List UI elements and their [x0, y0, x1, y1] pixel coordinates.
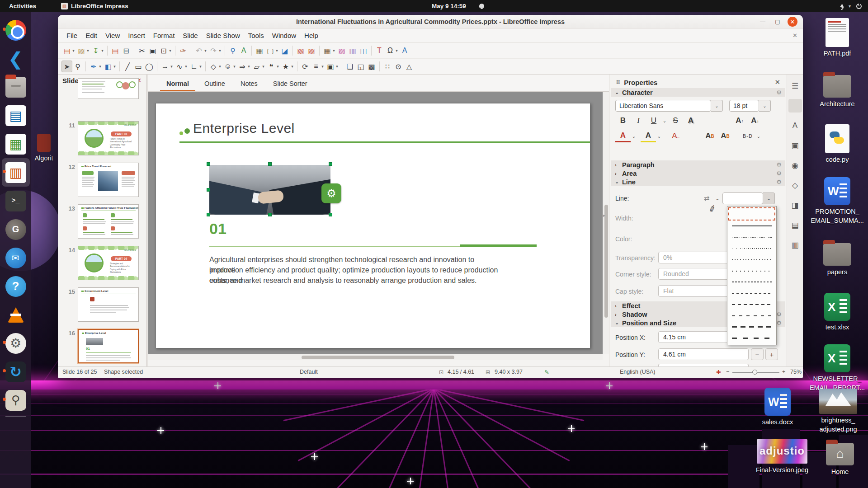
view-tab[interactable]: Notes	[234, 76, 264, 91]
toolbar-icon[interactable]: ▾	[71, 45, 76, 56]
system-tray[interactable]: ▾	[838, 4, 862, 9]
toolbar-icon[interactable]: ▾	[217, 61, 222, 72]
menu-item[interactable]: Insert	[124, 30, 149, 41]
toolbar-icon[interactable]: T	[374, 45, 385, 56]
sidebar-tab[interactable]: ☰	[788, 79, 802, 93]
maximize-button[interactable]: ▢	[773, 17, 783, 27]
properties-close-icon[interactable]: ✕	[774, 78, 780, 86]
selection-handle[interactable]	[207, 188, 210, 192]
sidebar-tab[interactable]: ▥	[788, 238, 802, 252]
position-y-field[interactable]: 4.61 cm	[658, 348, 749, 360]
desktop-icon-architecture[interactable]: Architecture	[807, 71, 868, 109]
spacing-dropdown-icon[interactable]: ⌄	[755, 130, 762, 142]
toolbar-icon[interactable]	[157, 61, 157, 71]
sidebar-tab[interactable]: ◨	[788, 198, 802, 212]
template-status[interactable]: Default	[300, 369, 318, 375]
toolbar-icon[interactable]: ⚲	[227, 45, 238, 56]
toolbar-icon[interactable]: ◫	[358, 45, 369, 56]
toolbar-icon[interactable]: ⊟	[121, 45, 132, 56]
desktop-icon-home[interactable]: ⌂ Home	[809, 439, 868, 477]
dock-item[interactable]	[2, 300, 30, 329]
slide-thumbnail-row[interactable]	[58, 78, 146, 99]
toolbar-icon[interactable]: △	[404, 61, 415, 72]
splitter-arrow-icon[interactable]: ▸	[603, 213, 605, 218]
line-style-option[interactable]	[728, 221, 775, 232]
slide-thumbnail-row[interactable]: 11 YOUR LOGO PART 03 Future Trends in In…	[58, 121, 146, 155]
selection-handle[interactable]	[207, 162, 210, 166]
slide-thumbnail-row[interactable]: 16 Enterprise Level 01	[58, 329, 146, 363]
dock-item[interactable]: ⚲	[2, 386, 30, 414]
desktop-icon-test-xlsx[interactable]: X test.xlsx	[807, 293, 868, 332]
toolbar-icon[interactable]: ▭	[133, 61, 144, 72]
highlight-color-button[interactable]: A	[641, 130, 656, 142]
toolbar-icon[interactable]: A	[238, 45, 249, 56]
toolbar-icon[interactable]: ▾	[112, 61, 117, 72]
toolbar-icon[interactable]: ▾	[331, 45, 336, 56]
toolbar-icon[interactable]: ▾	[168, 45, 173, 56]
increase-size-button[interactable]: A↑	[732, 114, 747, 127]
slide-page[interactable]: Enterprise Level ⚙ 01	[156, 103, 590, 348]
toolbar-icon[interactable]: ∷	[382, 61, 393, 72]
toolbar-icon[interactable]: ▾	[232, 61, 237, 72]
sidebar-tab[interactable]: ▤	[788, 218, 802, 232]
toolbar-icon[interactable]: ▾	[261, 61, 266, 72]
toolbar-icon[interactable]: ◪	[279, 45, 290, 56]
toolbar-icon[interactable]: ▾	[335, 61, 340, 72]
view-tab[interactable]: Outline	[198, 76, 231, 91]
line-style-option[interactable]	[728, 310, 775, 321]
toolbar-icon[interactable]: ⊙	[393, 61, 404, 72]
toolbar-icon[interactable]	[292, 46, 293, 56]
menu-item[interactable]: View	[101, 30, 124, 41]
toolbar-icon[interactable]: ▾	[98, 61, 103, 72]
menu-item[interactable]: File	[62, 30, 81, 41]
line-style-option[interactable]	[728, 333, 775, 344]
strikethrough-button[interactable]: S	[668, 114, 683, 127]
toolbar-icon[interactable]: ◱	[355, 61, 366, 72]
section-number[interactable]: 01	[209, 220, 226, 238]
zoom-slider[interactable]	[732, 372, 779, 373]
shadow-text-button[interactable]: A	[683, 114, 698, 127]
zoom-percent-status[interactable]: 75%	[790, 369, 802, 375]
slide-canvas[interactable]: Enterprise Level ⚙ 01	[148, 92, 603, 354]
zoom-out-button[interactable]: −	[726, 369, 729, 375]
italic-button[interactable]: I	[631, 114, 646, 127]
font-name-dropdown-icon[interactable]: ⌄	[711, 100, 723, 112]
toolbar-icon[interactable]: ▦	[254, 45, 265, 56]
dock-item[interactable]: ▥	[2, 158, 30, 187]
section-header-paragraph[interactable]: › Paragraph ⚙	[611, 160, 785, 169]
desktop-icon-brightness-png[interactable]: brightness_adjusted.png	[807, 389, 868, 434]
toolbar-icon[interactable]: ▾	[274, 45, 279, 56]
dock-item[interactable]: ?	[2, 272, 30, 300]
toolbar-icon[interactable]: ▾	[217, 45, 222, 56]
zoom-in-button[interactable]: +	[782, 369, 785, 375]
line-style-dropdown-icon[interactable]: ⌄	[763, 192, 775, 204]
gear-icon[interactable]: ⚙	[776, 178, 782, 185]
dock-item[interactable]: >_	[2, 187, 30, 215]
section-header-area[interactable]: › Area ⚙	[611, 169, 785, 178]
toolbar-icon[interactable]: ▾	[246, 61, 251, 72]
title-bar[interactable]: International Fluctuations in Agricultur…	[58, 15, 803, 28]
sidebar-tab[interactable]: ◉	[788, 159, 802, 172]
fit-slide-icon[interactable]: ✚	[716, 369, 721, 375]
slide-thumbnail-row[interactable]: 14 YOUR LOGO PART 04 Strategies and Reco…	[58, 246, 146, 280]
selection-handle[interactable]	[329, 213, 332, 216]
desktop-icon-sales-docx[interactable]: W sales.docx	[747, 388, 808, 427]
toolbar-icon[interactable]: A	[399, 45, 410, 56]
toolbar-icon[interactable]	[225, 46, 225, 56]
line-style-option[interactable]	[728, 299, 775, 310]
body-text-line[interactable]: enhance market research and analysis to …	[209, 275, 499, 286]
dock-item[interactable]: ↻	[2, 357, 30, 386]
arrow-style-dropdown-icon[interactable]: ⌄	[714, 192, 721, 205]
toolbar-icon[interactable]: ▩	[366, 61, 377, 72]
section-header-line[interactable]: ⌄ Line ⚙	[611, 178, 785, 186]
toolbar-icon[interactable]: ▨	[336, 45, 347, 56]
toolbar-icon[interactable]: ▾	[320, 61, 325, 72]
toolbar-icon[interactable]: ▾	[85, 45, 90, 56]
toolbar-icon[interactable]: ▾	[198, 61, 203, 72]
slide-13-thumbnail[interactable]: Factors Affecting Future Price Fluctuati…	[78, 204, 139, 239]
toolbar-icon[interactable]	[205, 61, 206, 71]
menu-item[interactable]: Tools	[244, 30, 268, 41]
line-style-option[interactable]	[728, 321, 775, 333]
slide-thumbnail-row[interactable]: 12 Price Trend Forecast	[58, 163, 146, 197]
toolbar-icon[interactable]	[191, 46, 191, 56]
